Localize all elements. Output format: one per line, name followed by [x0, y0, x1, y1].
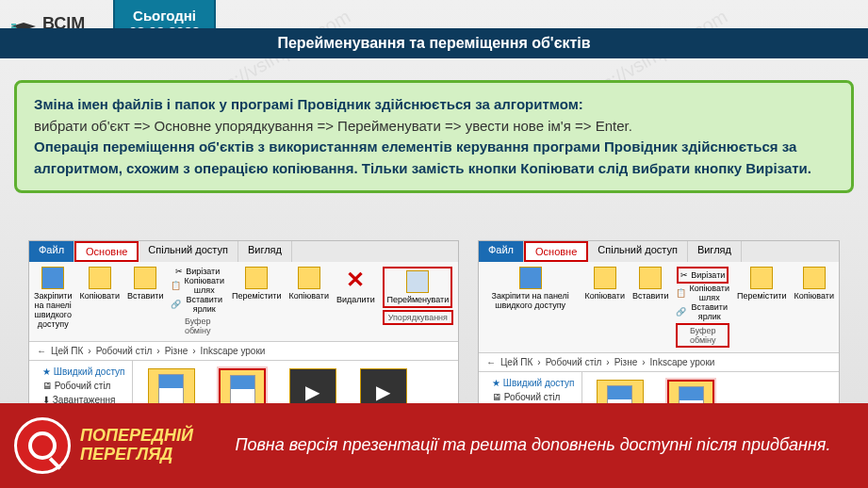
- tab-home[interactable]: Основне: [524, 241, 588, 262]
- breadcrumb[interactable]: ← Цей ПК › Робочий стіл › Різне › Inksca…: [29, 342, 458, 361]
- ribbon: Закріпити на панелі швидкого доступу Коп…: [29, 262, 458, 342]
- copy-label: Копіювати: [79, 291, 120, 301]
- crumb[interactable]: Inkscape уроки: [650, 357, 715, 367]
- tab-home[interactable]: Основне: [74, 241, 139, 262]
- pin-icon: [41, 267, 64, 289]
- crumb[interactable]: Робочий стіл: [96, 346, 153, 356]
- pin-label: Закріпити на панелі швидкого доступу: [34, 291, 72, 329]
- tab-share[interactable]: Спільний доступ: [588, 241, 688, 262]
- paste-button[interactable]: Вставити: [127, 267, 164, 301]
- shortcut-button[interactable]: 🔗Вставити ярлик: [676, 302, 729, 321]
- preview-banner: ПОПЕРЕДНІЙ ПЕРЕГЛЯД Повна версія презент…: [0, 403, 868, 488]
- cut-button[interactable]: ✂Вирізати: [677, 267, 729, 284]
- crumb[interactable]: Цей ПК: [500, 357, 532, 367]
- crumb[interactable]: Inkscape уроки: [201, 346, 266, 356]
- clipboard-group-label: Буфер обміну: [171, 316, 224, 336]
- explorer-tabs: Файл Основне Спільний доступ Вигляд: [29, 241, 458, 262]
- sidebar-desktop[interactable]: 🖥 Робочий стіл: [33, 379, 128, 393]
- tab-share[interactable]: Спільний доступ: [139, 241, 238, 262]
- header-bar: Перейменування та переміщення об'єктів: [0, 28, 868, 58]
- sidebar-desktop[interactable]: 🖥 Робочий стіл: [483, 390, 578, 404]
- content-line2: вибрати об'єкт => Основне упорядкування …: [34, 118, 632, 134]
- paste-icon: [134, 267, 156, 289]
- rename-label: Перейменувати: [386, 295, 449, 304]
- rename-button[interactable]: Перейменувати: [383, 267, 452, 308]
- scissors-icon: ✂: [175, 267, 183, 276]
- crumb[interactable]: Цей ПК: [51, 346, 83, 356]
- organize-group-label: Упорядкування: [383, 310, 453, 325]
- pin-button[interactable]: Закріпити на панелі швидкого доступу: [483, 267, 578, 310]
- paste-label: Вставити: [632, 291, 669, 301]
- delete-button[interactable]: ✕ Видалити: [336, 267, 375, 304]
- copy-icon: [89, 267, 111, 289]
- copy-button[interactable]: Копіювати: [79, 267, 120, 301]
- copy-icon: [594, 267, 616, 289]
- ribbon: Закріпити на панелі швидкого доступу Коп…: [479, 262, 839, 353]
- nav-back-icon[interactable]: ←: [486, 357, 496, 367]
- delete-label: Видалити: [336, 295, 375, 304]
- copypath-button[interactable]: 📋Копіювати шлях: [171, 276, 224, 295]
- copy-button[interactable]: Копіювати: [584, 267, 625, 301]
- pin-icon: [519, 267, 542, 289]
- sidebar-quick[interactable]: ★ Швидкий доступ: [33, 365, 128, 379]
- moveto-button[interactable]: Перемістити: [232, 267, 281, 301]
- clipboard-group-label: Буфер обміну: [676, 323, 729, 348]
- rename-icon: [406, 270, 429, 293]
- shortcut-icon: 🔗: [676, 307, 686, 317]
- moveto-label: Перемістити: [737, 291, 786, 301]
- shortcut-button[interactable]: 🔗Вставити ярлик: [171, 295, 224, 314]
- copyto-button[interactable]: Копіювати: [288, 267, 329, 301]
- tab-view[interactable]: Вигляд: [688, 241, 742, 262]
- breadcrumb[interactable]: ← Цей ПК › Робочий стіл › Різне › Inksca…: [479, 353, 839, 372]
- preview-label: ПОПЕРЕДНІЙ ПЕРЕГЛЯД: [80, 427, 193, 464]
- content-box: Зміна імен файлів і папок у програмі Про…: [14, 80, 854, 193]
- pin-label: Закріпити на панелі швидкого доступу: [483, 291, 578, 310]
- moveto-icon: [750, 267, 773, 289]
- page-title: Перейменування та переміщення об'єктів: [277, 35, 590, 52]
- copypath-button[interactable]: 📋Копіювати шлях: [676, 284, 729, 302]
- content-line1: Зміна імен файлів і папок у програмі Про…: [34, 96, 583, 112]
- sidebar-quick[interactable]: ★ Швидкий доступ: [483, 376, 578, 390]
- cut-button[interactable]: ✂Вирізати: [175, 267, 220, 276]
- shortcut-icon: 🔗: [171, 300, 181, 309]
- copy-label: Копіювати: [584, 291, 625, 301]
- tab-file[interactable]: Файл: [29, 241, 74, 262]
- copyto-icon: [298, 267, 320, 289]
- moveto-button[interactable]: Перемістити: [737, 267, 786, 301]
- scissors-icon: ✂: [680, 270, 688, 280]
- path-icon: 📋: [676, 288, 686, 298]
- nav-back-icon[interactable]: ←: [37, 346, 46, 356]
- magnify-icon: [14, 417, 71, 474]
- copyto-label: Копіювати: [288, 291, 329, 301]
- preview-label2: ПЕРЕГЛЯД: [80, 446, 193, 464]
- moveto-label: Перемістити: [232, 291, 281, 301]
- tab-file[interactable]: Файл: [479, 241, 524, 262]
- pin-button[interactable]: Закріпити на панелі швидкого доступу: [34, 267, 72, 329]
- paste-button[interactable]: Вставити: [632, 267, 669, 301]
- delete-x-icon: ✕: [346, 267, 365, 293]
- tab-view[interactable]: Вигляд: [238, 241, 292, 262]
- crumb[interactable]: Різне: [614, 357, 638, 367]
- crumb[interactable]: Робочий стіл: [546, 357, 602, 367]
- paste-label: Вставити: [127, 291, 164, 301]
- copyto-button[interactable]: Копіювати: [794, 267, 834, 301]
- paste-icon: [639, 267, 662, 289]
- crumb[interactable]: Різне: [165, 346, 188, 356]
- moveto-icon: [245, 267, 268, 289]
- copyto-label: Копіювати: [794, 291, 834, 301]
- preview-label1: ПОПЕРЕДНІЙ: [80, 427, 193, 446]
- content-line3: Операція переміщення об'єктів з використ…: [34, 138, 811, 176]
- copyto-icon: [803, 267, 826, 289]
- preview-text: Повна версія презентації та решта доповн…: [212, 433, 854, 457]
- date-today: Сьогодні: [129, 8, 200, 24]
- path-icon: 📋: [171, 281, 181, 290]
- explorer-tabs: Файл Основне Спільний доступ Вигляд: [479, 241, 839, 262]
